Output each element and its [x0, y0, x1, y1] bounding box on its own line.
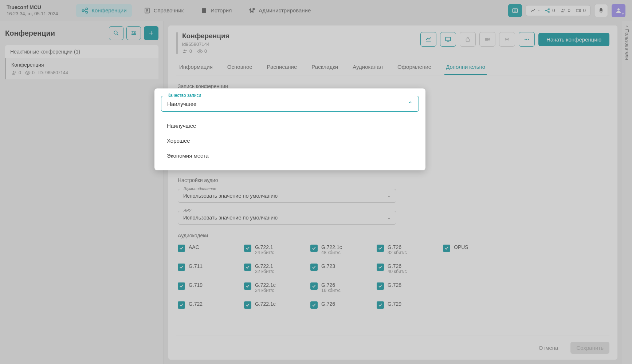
chevron-up-icon: ⌃ — [408, 100, 413, 107]
quality-option-eco[interactable]: Экономия места — [161, 148, 419, 163]
quality-dropdown-panel: Качество записи Наилучшее⌃ Наилучшее Хор… — [154, 88, 425, 170]
modal-overlay[interactable] — [0, 0, 632, 364]
quality-select[interactable]: Качество записи Наилучшее⌃ — [161, 96, 419, 112]
quality-label: Качество записи — [166, 93, 203, 98]
quality-option-good[interactable]: Хорошее — [161, 133, 419, 148]
quality-option-best[interactable]: Наилучшее — [161, 118, 419, 133]
